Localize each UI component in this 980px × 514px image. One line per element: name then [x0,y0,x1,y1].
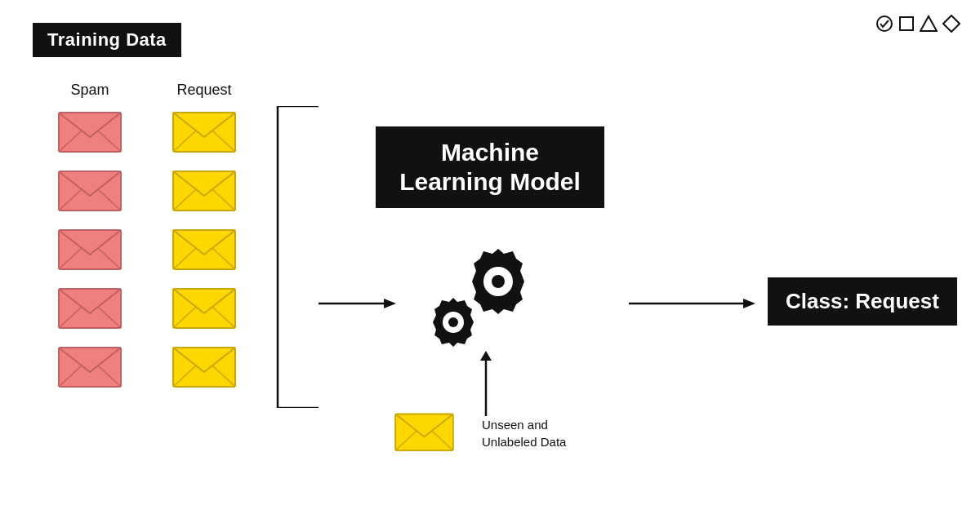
svg-point-0 [877,16,892,31]
request-header: Request [147,82,261,99]
svg-marker-38 [384,299,396,308]
diamond-icon [942,15,960,33]
envelopes-grid [33,106,261,388]
request-envelope-2 [172,165,237,212]
svg-rect-28 [173,289,235,328]
spam-envelope-1 [57,106,122,153]
svg-rect-25 [173,230,235,269]
request-envelope-5 [172,341,237,388]
training-data-label: Training Data [33,23,181,57]
check-circle-icon [875,15,893,33]
svg-rect-31 [173,348,235,387]
arrow-to-ml [318,295,400,312]
triangle-icon [920,15,938,33]
spam-envelope-3 [57,224,122,271]
svg-rect-16 [59,348,121,387]
class-output-box: Class: Request [768,277,957,326]
request-envelopes [147,106,261,388]
svg-rect-10 [59,230,121,269]
square-icon [898,16,915,32]
svg-rect-13 [59,289,121,328]
top-icons [875,15,960,33]
svg-rect-7 [59,171,121,210]
arrow-to-class [629,295,760,312]
svg-rect-19 [173,113,235,152]
column-headers: Spam Request [33,82,261,99]
svg-rect-45 [395,414,453,450]
svg-point-42 [448,317,458,327]
svg-rect-22 [173,171,235,210]
ml-model-box: Machine Learning Model [376,126,604,208]
svg-marker-2 [920,16,937,31]
spam-header: Spam [33,82,147,99]
unseen-envelope [394,408,455,455]
request-envelope-1 [172,106,237,153]
svg-rect-4 [59,113,121,152]
svg-point-40 [492,275,505,288]
unseen-label: Unseen and Unlabeled Data [482,416,566,450]
svg-marker-44 [480,351,492,361]
svg-marker-49 [743,299,755,308]
svg-rect-1 [900,17,913,30]
training-data-bracket [270,106,327,408]
spam-envelope-4 [57,282,122,330]
spam-envelope-5 [57,341,122,388]
request-envelope-4 [172,282,237,330]
spam-envelopes [33,106,147,388]
arrow-up-unseen [474,351,498,416]
request-envelope-3 [172,224,237,271]
spam-envelope-2 [57,165,122,212]
svg-marker-3 [943,16,960,32]
